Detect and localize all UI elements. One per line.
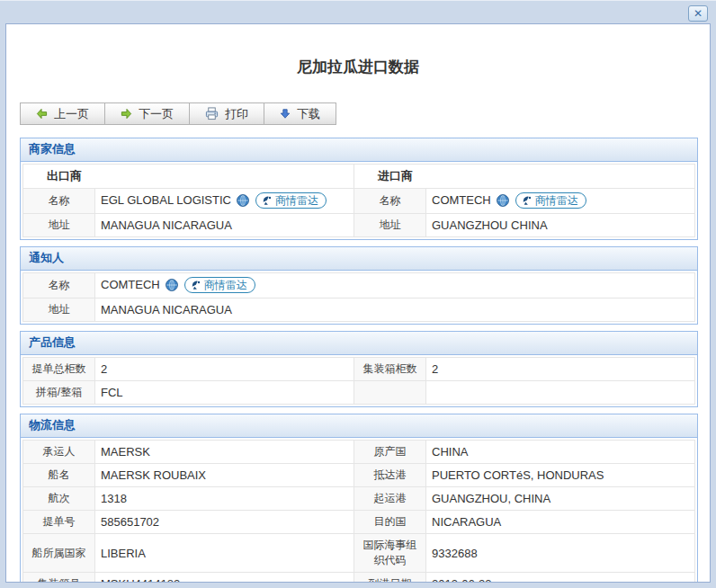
table-row: 地址 MANAGUA NICARAGUA 地址 GUANGZHOU CHINA (23, 214, 695, 237)
field-label (354, 381, 426, 405)
next-page-button[interactable]: 下一页 (104, 102, 190, 125)
merchant-table: 出口商 进口商 名称 EGL GLOBAL LOGISTIC商情雷达 名称 CO… (22, 164, 695, 237)
field-label: 集装箱号 (23, 573, 95, 584)
notify-address: MANAGUA NICARAGUA (95, 298, 695, 322)
prev-page-label: 上一页 (54, 106, 89, 122)
field-label: 船所属国家 (23, 534, 95, 573)
globe-icon[interactable] (237, 194, 249, 209)
field-value: GUANGZHOU, CHINA (426, 487, 695, 511)
field-label: 地址 (23, 298, 95, 322)
radar-label: 商情雷达 (535, 194, 578, 207)
importer-name-cell: COMTECH商情雷达 (426, 189, 695, 214)
arrow-right-icon (121, 108, 132, 120)
exporter-name-cell: EGL GLOBAL LOGISTIC商情雷达 (95, 189, 354, 214)
field-label: 原产国 (354, 441, 426, 464)
importer-name: COMTECH (432, 193, 491, 207)
print-label: 打印 (225, 106, 248, 122)
field-label: 地址 (354, 214, 426, 237)
field-label: 集装箱柜数 (354, 358, 426, 381)
table-row: 地址 MANAGUA NICARAGUA (23, 298, 695, 322)
radar-link[interactable]: 商情雷达 (184, 277, 255, 293)
field-value: MAERSK ROUBAIX (95, 464, 354, 487)
field-value: 1318 (95, 487, 354, 511)
field-value: 585651702 (95, 511, 354, 534)
field-value: 2 (426, 358, 695, 381)
section-logistics-title: 物流信息 (21, 414, 697, 438)
close-icon: ✕ (694, 7, 703, 20)
field-label: 船名 (23, 464, 95, 487)
field-value: NICARAGUA (426, 511, 695, 534)
field-value: LIBERIA (95, 534, 354, 573)
importer-header: 进口商 (354, 165, 695, 189)
section-notify-title: 通知人 (21, 247, 697, 271)
radar-icon (522, 195, 533, 206)
exporter-address: MANAGUA NICARAGUA (95, 214, 354, 237)
field-value: 9332688 (426, 534, 695, 573)
prev-page-button[interactable]: 上一页 (20, 102, 105, 125)
notify-table: 名称 COMTECH商情雷达 地址 MANAGUA NICARAGUA (22, 272, 695, 322)
field-label: 地址 (23, 214, 95, 237)
print-button[interactable]: 打印 (189, 102, 264, 125)
table-row: 船所属国家 LIBERIA 国际海事组织代码 9332688 (23, 534, 695, 573)
field-label: 名称 (23, 273, 95, 298)
table-row: 提单号 585651702 目的国 NICARAGUA (23, 511, 695, 534)
next-page-label: 下一页 (139, 106, 174, 122)
dialog-panel: 尼加拉瓜进口数据 上一页 下一页 打印 下载 商家信息 出口商 进口商 (5, 23, 711, 583)
field-value: CHINA (426, 441, 695, 464)
section-logistics: 物流信息 承运人 MAERSK 原产国 CHINA 船名 MAERSK ROUB… (20, 414, 698, 583)
field-label: 国际海事组织代码 (354, 534, 426, 573)
logistics-table: 承运人 MAERSK 原产国 CHINA 船名 MAERSK ROUBAIX 抵… (22, 440, 695, 583)
product-table: 提单总柜数 2 集装箱柜数 2 拼箱/整箱 FCL (22, 357, 695, 405)
field-label: 拼箱/整箱 (23, 381, 95, 405)
field-label: 名称 (23, 189, 95, 214)
table-row: 出口商 进口商 (23, 165, 695, 189)
download-button[interactable]: 下载 (264, 102, 336, 125)
section-product-title: 产品信息 (21, 332, 697, 355)
table-row: 拼箱/整箱 FCL (23, 381, 695, 405)
radar-link[interactable]: 商情雷达 (515, 192, 586, 209)
field-label: 名称 (354, 189, 426, 214)
table-row: 船名 MAERSK ROUBAIX 抵达港 PUERTO CORTéS, HON… (23, 464, 695, 487)
radar-icon (191, 280, 201, 290)
arrow-down-icon (280, 108, 291, 120)
field-value: 2 (95, 358, 354, 381)
printer-icon (205, 107, 219, 120)
field-label: 提单号 (23, 511, 95, 534)
globe-icon[interactable] (166, 279, 178, 294)
field-value: PUERTO CORTéS, HONDURAS (426, 464, 695, 487)
arrow-left-icon (36, 108, 48, 120)
notify-name-cell: COMTECH商情雷达 (95, 273, 695, 298)
download-label: 下载 (297, 106, 320, 122)
field-value: MAERSK (95, 441, 354, 464)
toolbar: 上一页 下一页 打印 下载 (20, 102, 710, 125)
field-value: MSKU4414182 (95, 573, 354, 584)
exporter-header: 出口商 (23, 165, 354, 189)
importer-address: GUANGZHOU CHINA (426, 214, 695, 237)
close-button[interactable]: ✕ (688, 5, 708, 22)
radar-link[interactable]: 商情雷达 (255, 192, 327, 209)
dialog-titlebar: ✕ (0, 0, 716, 23)
globe-icon[interactable] (497, 194, 509, 209)
table-row: 名称 EGL GLOBAL LOGISTIC商情雷达 名称 COMTECH商情雷… (23, 189, 695, 214)
radar-icon (262, 195, 273, 206)
radar-label: 商情雷达 (275, 194, 318, 207)
exporter-name: EGL GLOBAL LOGISTIC (101, 193, 231, 207)
section-notify: 通知人 名称 COMTECH商情雷达 地址 MANAGUA NICARAGUA (20, 246, 698, 325)
field-label: 目的国 (354, 511, 426, 534)
notify-name: COMTECH (101, 278, 160, 291)
field-value: 2013-06-23 (426, 573, 695, 584)
table-row: 提单总柜数 2 集装箱柜数 2 (23, 358, 695, 381)
table-row: 集装箱号 MSKU4414182 到港日期 2013-06-23 (23, 573, 695, 584)
field-label: 到港日期 (354, 573, 426, 584)
field-label: 抵达港 (354, 464, 426, 487)
field-value (426, 381, 695, 405)
table-row: 航次 1318 起运港 GUANGZHOU, CHINA (23, 487, 695, 511)
field-label: 提单总柜数 (23, 358, 95, 381)
field-value: FCL (95, 381, 354, 405)
section-merchant-title: 商家信息 (21, 138, 697, 162)
page-title: 尼加拉瓜进口数据 (6, 57, 710, 75)
field-label: 起运港 (354, 487, 426, 511)
field-label: 承运人 (23, 441, 95, 464)
table-row: 承运人 MAERSK 原产国 CHINA (23, 441, 695, 464)
radar-label: 商情雷达 (204, 279, 247, 291)
